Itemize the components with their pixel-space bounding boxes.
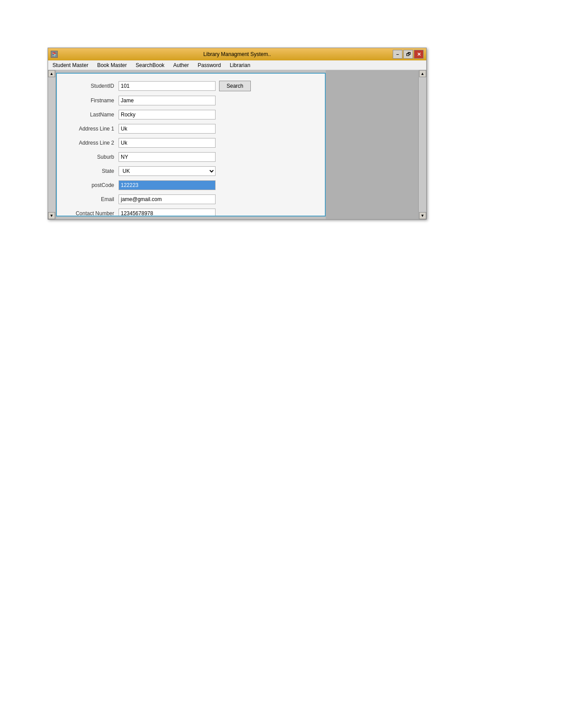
content-area: ▲ ▼ StudentID Search Firstname LastName [48,70,426,219]
address1-label: Address Line 1 [66,126,119,132]
right-panel [326,70,418,219]
address1-row: Address Line 1 [66,124,316,134]
email-row: Email [66,194,316,204]
postcode-label: postCode [66,182,119,188]
state-row: State UK US AU CA [66,166,316,176]
scroll-track-right [419,77,426,212]
contact-label: Contact Number [66,210,119,217]
studentid-input[interactable] [119,81,216,91]
address1-input[interactable] [119,124,216,134]
email-input[interactable] [119,194,216,204]
scroll-down-right[interactable]: ▼ [419,212,426,219]
postcode-row: postCode [66,180,316,190]
window-title: Library Managment System.. [203,51,271,57]
menu-item-auther[interactable]: Auther [171,61,191,69]
postcode-input[interactable] [119,180,216,190]
restore-button[interactable]: 🗗 [403,50,413,59]
address2-row: Address Line 2 [66,138,316,148]
minimize-button[interactable]: – [393,50,402,59]
menu-item-student-master[interactable]: Student Master [50,61,91,69]
lastname-input[interactable] [119,110,216,119]
lastname-label: LastName [66,112,119,118]
studentid-row: StudentID Search [66,81,316,91]
firstname-input[interactable] [119,96,216,105]
suburb-row: Suburb [66,152,316,162]
window-icon: 📚 [51,51,58,58]
state-select[interactable]: UK US AU CA [119,166,216,176]
scroll-up-arrow[interactable]: ▲ [48,70,55,77]
firstname-label: Firstname [66,97,119,104]
scroll-down-arrow[interactable]: ▼ [48,212,55,219]
menu-item-password[interactable]: Password [195,61,223,69]
scroll-up-right[interactable]: ▲ [419,70,426,77]
close-window-button[interactable]: ✕ [414,50,424,59]
title-bar: 📚 Library Managment System.. – 🗗 ✕ [48,48,426,60]
lastname-row: LastName [66,110,316,119]
form-panel: StudentID Search Firstname LastName Addr… [56,73,326,217]
search-button[interactable]: Search [219,81,251,91]
title-bar-controls: – 🗗 ✕ [393,50,424,59]
studentid-label: StudentID [66,83,119,89]
email-label: Email [66,196,119,202]
suburb-label: Suburb [66,154,119,160]
scrollbar-left: ▲ ▼ [48,70,56,219]
state-label: State [66,168,119,174]
scroll-track-left [48,77,56,212]
scrollbar-right: ▲ ▼ [418,70,426,219]
firstname-row: Firstname [66,96,316,105]
address2-label: Address Line 2 [66,140,119,146]
address2-input[interactable] [119,138,216,148]
menu-item-book-master[interactable]: Book Master [94,61,129,69]
suburb-input[interactable] [119,152,216,162]
menu-item-librarian[interactable]: Librarian [227,61,253,69]
contact-row: Contact Number [66,209,316,217]
menu-item-searchbook[interactable]: SearchBook [133,61,167,69]
contact-input[interactable] [119,209,216,217]
main-window: 📚 Library Managment System.. – 🗗 ✕ Stude… [48,48,427,220]
menu-bar: Student Master Book Master SearchBook Au… [48,60,426,70]
